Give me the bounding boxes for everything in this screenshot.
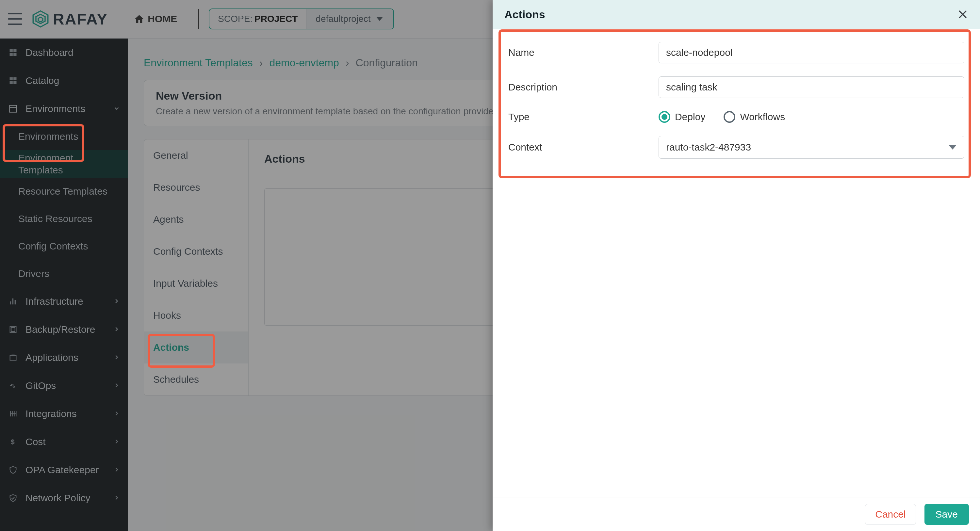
- radio-icon: [659, 111, 670, 123]
- context-select[interactable]: rauto-task2-487933: [659, 136, 964, 159]
- context-value: rauto-task2-487933: [666, 142, 751, 153]
- radio-workflows[interactable]: Workflows: [724, 111, 785, 123]
- save-button[interactable]: Save: [924, 504, 969, 525]
- context-label: Context: [508, 142, 659, 153]
- drawer-header: Actions: [493, 0, 980, 29]
- radio-label: Workflows: [740, 111, 785, 122]
- drawer-footer: Cancel Save: [493, 497, 980, 531]
- name-label: Name: [508, 47, 659, 58]
- radio-deploy[interactable]: Deploy: [659, 111, 705, 123]
- name-input[interactable]: [659, 42, 964, 64]
- radio-icon: [724, 111, 735, 123]
- description-input[interactable]: [659, 76, 964, 98]
- chevron-down-icon: [949, 145, 956, 149]
- form-row-description: Description: [508, 76, 964, 98]
- drawer-title: Actions: [504, 8, 545, 21]
- actions-drawer: Actions Name Description Type Deploy Wor…: [493, 0, 980, 531]
- form-row-name: Name: [508, 42, 964, 64]
- radio-label: Deploy: [675, 111, 705, 122]
- form-row-type: Type Deploy Workflows: [508, 111, 964, 123]
- form-row-context: Context rauto-task2-487933: [508, 136, 964, 159]
- drawer-body: Name Description Type Deploy Workflows C…: [493, 29, 980, 497]
- description-label: Description: [508, 82, 659, 93]
- cancel-button[interactable]: Cancel: [865, 504, 916, 525]
- close-button[interactable]: [957, 9, 968, 20]
- type-label: Type: [508, 111, 659, 122]
- close-icon: [957, 9, 968, 20]
